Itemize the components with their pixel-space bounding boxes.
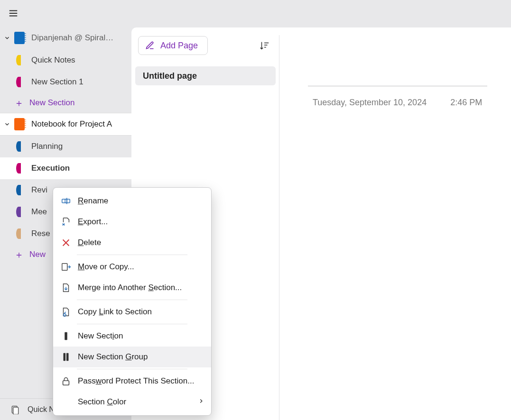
ctx-export[interactable]: Export... [53, 211, 211, 232]
notebook-label: Notebook for Project A [31, 119, 112, 129]
move-icon [60, 261, 72, 273]
ctx-rename[interactable]: Rename [53, 191, 211, 211]
plus-icon: ＋ [13, 249, 25, 260]
ctx-label: Section Color [78, 397, 126, 407]
ctx-label: New Section [78, 331, 123, 341]
section-label: Rese [31, 229, 50, 238]
rename-icon [60, 195, 72, 207]
svg-rect-6 [65, 332, 67, 340]
section-tab-icon [16, 163, 21, 173]
ctx-newsec[interactable]: New Section [53, 326, 211, 347]
chevron-down-icon [2, 35, 12, 41]
ctx-label: Rename [78, 196, 108, 206]
ctx-newgrp[interactable]: New Section Group [53, 347, 211, 367]
page-title-input[interactable] [308, 70, 487, 86]
section-label: New Section 1 [31, 77, 84, 87]
page-time: 2:46 PM [450, 98, 482, 108]
ctx-label: Export... [78, 217, 108, 227]
page-title: Untitled page [143, 71, 197, 81]
section-label: Execution [31, 164, 70, 173]
section-label: Quick Notes [31, 55, 75, 65]
add-page-button[interactable]: Add Page [138, 36, 208, 55]
section-label: Mee [31, 207, 47, 217]
add-section-label: New Section [29, 98, 74, 108]
section-label: Revi [31, 185, 47, 195]
lock-icon [60, 375, 72, 387]
merge-icon [60, 282, 72, 294]
ctx-item-13[interactable]: Section Color [53, 392, 211, 412]
ctx-label: Merge into Another Section... [78, 283, 182, 292]
chevron-down-icon [2, 121, 12, 128]
add-section-nb1[interactable]: ＋New Section [0, 93, 131, 113]
ctx-merge[interactable]: Merge into Another Section... [53, 277, 211, 298]
ctx-move[interactable]: Move or Copy... [53, 256, 211, 277]
section-nb1-1[interactable]: New Section 1 [0, 71, 131, 93]
ctx-delete[interactable]: Delete [53, 232, 211, 253]
note-canvas[interactable]: Tuesday, September 10, 2024 2:46 PM [279, 27, 511, 420]
svg-rect-9 [63, 381, 69, 385]
section-context-menu: RenameExport...DeleteMove or Copy...Merg… [53, 187, 212, 416]
svg-rect-1 [13, 407, 19, 414]
svg-rect-3 [65, 199, 70, 202]
ctx-label: Password Protect This Section... [78, 376, 194, 386]
svg-rect-7 [64, 353, 66, 361]
section-tab-icon [16, 207, 21, 217]
svg-rect-4 [62, 264, 67, 271]
svg-rect-8 [66, 353, 69, 361]
section-tab-icon [16, 228, 21, 239]
section-tab-icon [16, 185, 21, 195]
page-date: Tuesday, September 10, 2024 [313, 98, 427, 108]
export-icon [60, 216, 72, 228]
plus-icon: ＋ [13, 97, 25, 109]
section-nb2-1[interactable]: Execution [0, 157, 131, 179]
sort-pages-button[interactable] [256, 37, 273, 54]
ctx-link[interactable]: Copy Link to Section [53, 301, 211, 322]
section-tab-icon [16, 55, 21, 65]
notebook-icon [14, 32, 25, 44]
page-row-0[interactable]: Untitled page [135, 66, 276, 85]
section-tab-icon [16, 141, 21, 152]
hamburger-menu[interactable] [5, 5, 22, 22]
notebook-nb2[interactable]: Notebook for Project A [0, 113, 131, 136]
delete-icon [60, 237, 72, 249]
add-section-label: New [29, 250, 46, 259]
ctx-label: New Section Group [78, 352, 148, 362]
ctx-label: Delete [78, 238, 101, 247]
ctx-lock[interactable]: Password Protect This Section... [53, 371, 211, 392]
chevron-right-icon [198, 397, 204, 407]
section-tab-icon [16, 77, 21, 87]
svg-rect-2 [62, 199, 67, 202]
notebook-label: Dipanjenah @ Spiral… [31, 33, 113, 43]
blank-icon [60, 396, 72, 408]
newgrp-icon [60, 351, 72, 363]
newsec-icon [60, 330, 72, 342]
section-nb2-0[interactable]: Planning [0, 136, 131, 157]
ctx-label: Move or Copy... [78, 262, 134, 272]
add-page-label: Add Page [160, 41, 198, 51]
notebook-nb1[interactable]: Dipanjenah @ Spiral… [0, 27, 131, 49]
link-icon [60, 306, 72, 318]
ctx-label: Copy Link to Section [78, 307, 152, 317]
section-label: Planning [31, 142, 63, 151]
notebook-icon [14, 118, 25, 130]
section-nb1-0[interactable]: Quick Notes [0, 49, 131, 71]
